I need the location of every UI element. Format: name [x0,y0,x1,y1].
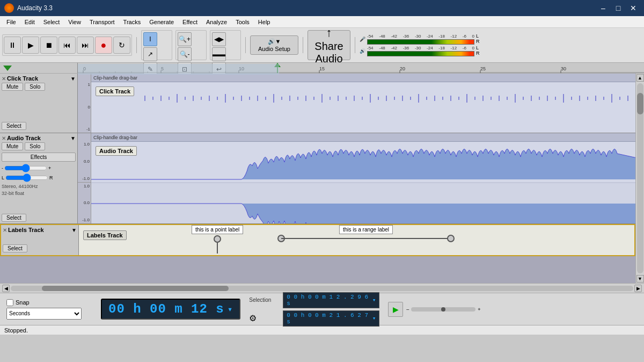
pan-slider[interactable] [5,173,48,182]
menu-select[interactable]: Select [39,18,64,26]
labels-track-name: Labels Track [8,227,70,233]
ruler-svg: 0 5 10 15 20 25 30 [78,63,644,73]
labels-track-close[interactable]: ✕ [3,227,7,233]
point-label-text[interactable]: this is a point label [192,225,243,234]
empty-track-area [0,256,635,283]
audio-track-close[interactable]: ✕ [2,135,6,141]
zoom-in-button[interactable]: 🔍+ [178,32,192,46]
audio-track-solo[interactable]: Solo [25,142,45,150]
audio-track-dropdown[interactable]: ▼ [70,135,76,141]
toolbar-separator-3 [303,37,303,53]
skip-back-button[interactable]: ⏮ [58,37,76,54]
selection-settings-btn[interactable]: ⚙ [249,313,279,323]
labels-track-select[interactable]: Select [3,244,27,252]
click-track-dropdown[interactable]: ▼ [70,76,76,82]
menu-file[interactable]: File [2,18,20,26]
toolbar-separator-1 [136,37,137,53]
audio-track-waveform[interactable]: Audio Track [91,142,635,223]
title-bar-controls[interactable]: – □ ✕ [597,2,640,15]
vu-input-bar[interactable] [367,39,474,45]
snap-seconds-select[interactable]: Seconds [6,308,82,320]
ruler-ticks: 0 5 10 15 20 25 30 [78,63,644,73]
menu-analyze[interactable]: Analyze [202,18,231,26]
minimize-button[interactable]: – [597,2,610,15]
hscroll-thumb[interactable] [42,286,229,291]
range-label-pin-right[interactable] [447,235,455,242]
audio-setup-button[interactable]: 🔊▼ Audio Setup [250,35,298,55]
click-track-waveform[interactable]: Click Track [91,82,635,133]
audio-track-select[interactable]: Select [2,214,26,222]
selection-time-1-value: 0 0 h 0 0 m 1 2 . 2 9 6 s [287,294,372,307]
playback-play-btn[interactable]: ▶ [388,302,403,317]
click-track-controls: ✕ Click Track ▼ Mute Solo Select [0,74,78,133]
speed-slider-thumb[interactable] [441,307,445,312]
maximize-button[interactable]: □ [612,2,625,15]
menu-transport[interactable]: Transport [85,18,119,26]
audio-track-mute[interactable]: Mute [2,142,23,150]
trim-button[interactable]: ◀▶ [212,32,226,46]
hscroll-track [11,286,633,291]
click-track-mute[interactable]: Mute [2,83,23,91]
hscroll-left[interactable]: ◀ [2,285,10,292]
click-track-solo[interactable]: Solo [25,83,45,91]
vertical-scrollbar[interactable]: ▲ ▼ [635,74,644,283]
click-track-close[interactable]: ✕ [2,76,6,82]
share-audio-icon: ↑ [326,26,332,40]
click-track-select[interactable]: Select [2,122,26,130]
snap-row: Snap [6,299,92,306]
audio-track-label: Audio Track [96,146,137,156]
gain-slider[interactable] [4,164,47,172]
menu-view[interactable]: View [64,18,85,26]
svg-text:15: 15 [319,66,325,71]
envelope-tool-button[interactable]: ↗ [143,47,157,61]
skip-forward-button[interactable]: ⏭ [77,37,94,54]
svg-text:20: 20 [400,66,405,71]
hscroll-right[interactable]: ▶ [634,285,642,292]
play-cursor-indicator[interactable] [3,66,12,71]
range-label-text[interactable]: this is a range label [339,225,393,234]
loop-button[interactable]: ↻ [113,37,130,54]
click-track-clip-handle[interactable]: Clip-handle drag-bar [91,74,635,82]
selection-time-2-value: 0 0 h 0 0 m 2 1 . 6 2 7 s [287,312,372,325]
bottom-controls: Snap Seconds 00 h 00 m 12 s ▾ Selection … [0,293,644,325]
audio-track-clip-handle[interactable]: Clip-handle drag-bar [91,133,635,142]
play-button[interactable]: ▶ [22,37,39,54]
vscroll-down[interactable]: ▼ [636,275,644,283]
close-button[interactable]: ✕ [627,2,640,15]
pan-row: L R [2,173,76,182]
tracks-container: ✕ Click Track ▼ Mute Solo Select 1 0 -1 [0,74,635,283]
svg-text:5: 5 [161,66,164,71]
zoom-out-button[interactable]: 🔍- [178,47,192,61]
snap-section: Snap Seconds [6,299,92,320]
selection-time-1-dropdown[interactable]: ▾ [372,296,376,303]
click-track-svg [91,82,635,133]
click-track-canvas[interactable]: Clip-handle drag-bar Click Track [91,74,635,133]
menu-generate[interactable]: Generate [145,18,178,26]
labels-track-dropdown[interactable]: ▼ [71,227,77,233]
point-label-pin[interactable] [214,235,221,243]
menu-tools[interactable]: Tools [231,18,254,26]
silence-button[interactable]: ▬▬ [212,47,226,61]
snap-label: Snap [16,299,30,306]
horizontal-scrollbar[interactable]: ◀ ▶ [0,283,644,293]
menu-help[interactable]: Help [254,18,275,26]
menu-edit[interactable]: Edit [20,18,39,26]
menu-effect[interactable]: Effect [178,18,202,26]
audio-track-effects[interactable]: Effects [2,153,76,162]
timecode-dropdown[interactable]: ▾ [228,304,233,315]
menu-tracks[interactable]: Tracks [119,18,145,26]
pause-button[interactable]: ⏸ [4,37,21,54]
stop-button[interactable]: ⏹ [40,37,57,54]
select-tool-button[interactable]: I [143,32,157,46]
record-button[interactable]: ● [95,37,112,54]
share-audio-button[interactable]: ↑ Share Audio [308,30,350,60]
svg-text:30: 30 [561,66,566,71]
audio-track-canvas[interactable]: Clip-handle drag-bar Audio Track [91,133,635,223]
lr-label-output: LR [476,46,480,56]
selection-time-2-dropdown[interactable]: ▾ [372,315,376,322]
labels-track-canvas[interactable]: Labels Track this is a point label this … [79,225,634,255]
snap-checkbox[interactable] [6,299,13,306]
vu-output-bar[interactable] [367,51,474,56]
vscroll-up[interactable]: ▲ [636,74,644,82]
vscroll-thumb[interactable] [637,93,643,114]
